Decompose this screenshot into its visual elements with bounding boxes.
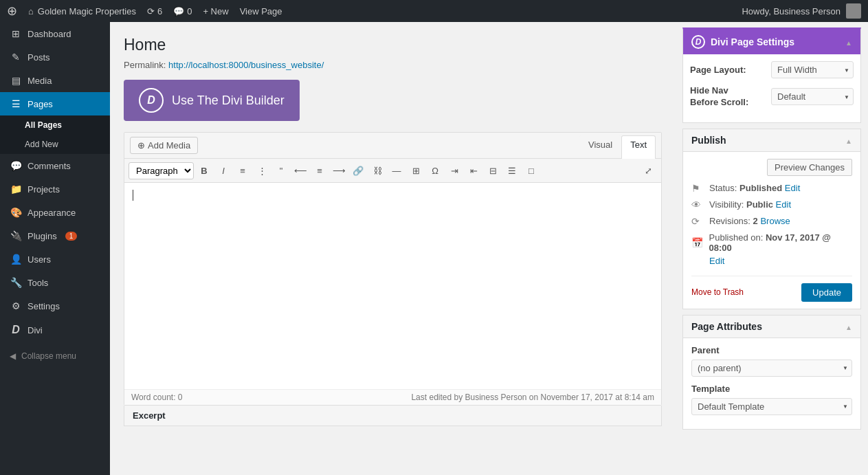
sidebar-item-media[interactable]: ▤ Media: [0, 69, 110, 92]
page-layout-select-wrapper: Full Width: [771, 61, 854, 78]
admin-bar: ⊕ ⌂ Golden Magic Properties ⟳ 6 💬 0 + Ne…: [0, 0, 868, 22]
format-select[interactable]: Paragraph: [129, 162, 194, 179]
sidebar-item-comments[interactable]: 💬 Comments: [0, 154, 110, 177]
status-edit-link[interactable]: Edit: [785, 183, 800, 193]
settings-icon: ⚙: [10, 300, 22, 311]
collapse-icon: ◀: [10, 351, 16, 361]
permalink: Permalink: http://localhost:8000/busines…: [124, 60, 662, 70]
sidebar-item-appearance[interactable]: 🎨 Appearance: [0, 201, 110, 224]
page-layout-select[interactable]: Full Width: [771, 61, 854, 78]
excerpt-section: Excerpt: [124, 406, 662, 426]
posts-icon: ✎: [10, 52, 22, 63]
sidebar-item-add-new[interactable]: Add New: [0, 135, 110, 154]
indent-button[interactable]: ⇥: [445, 162, 463, 179]
sidebar-item-divi[interactable]: D Divi: [0, 318, 110, 342]
hide-nav-select[interactable]: Default: [771, 88, 854, 105]
unordered-list-button[interactable]: ≡: [234, 162, 252, 179]
sidebar-item-users[interactable]: 👤 Users: [0, 247, 110, 271]
editor-content[interactable]: [124, 183, 661, 389]
published-edit-link[interactable]: Edit: [709, 256, 724, 266]
revisions-icon: ⟳: [691, 216, 704, 227]
ordered-list-button[interactable]: ⋮: [253, 162, 271, 179]
editor-wrapper: ⊕ Add Media Visual Text Paragraph: [124, 132, 662, 406]
comments-sidebar-icon: 💬: [10, 160, 22, 171]
revisions-row: ⟳ Revisions: 2 Browse: [691, 216, 852, 227]
sidebar-item-dashboard[interactable]: ⊞ Dashboard: [0, 22, 110, 45]
updates-icon: ⟳: [147, 6, 155, 16]
insert-more-button[interactable]: —: [388, 162, 405, 179]
tools-icon: 🔧: [10, 277, 22, 288]
sidebar-item-tools[interactable]: 🔧 Tools: [0, 271, 110, 294]
publish-collapse-icon[interactable]: [845, 135, 852, 146]
page-attributes-header[interactable]: Page Attributes: [683, 316, 860, 338]
sidebar-item-pages[interactable]: ☰ Pages: [0, 92, 110, 115]
plugins-badge: 1: [65, 232, 78, 241]
sidebar-item-posts[interactable]: ✎ Posts: [0, 45, 110, 69]
preview-changes-button[interactable]: Preview Changes: [767, 159, 852, 176]
site-name[interactable]: ⌂ Golden Magic Properties: [28, 6, 136, 16]
visibility-edit-link[interactable]: Edit: [776, 199, 791, 210]
main-content: Home Permalink: http://localhost:8000/bu…: [110, 22, 676, 475]
tab-visual[interactable]: Visual: [579, 135, 621, 158]
unlink-button[interactable]: ⛓: [368, 162, 386, 179]
move-to-trash-link[interactable]: Move to Trash: [691, 287, 744, 297]
projects-icon: 📁: [10, 184, 22, 195]
tab-text[interactable]: Text: [621, 135, 656, 159]
comments-item[interactable]: 💬 0: [173, 6, 192, 16]
editor-toolbar: Paragraph B I ≡ ⋮ " ⟵ ≡ ⟶ 🔗 ⛓ — ⊞ Ω ⇥ ⇤ …: [124, 159, 661, 183]
link-button[interactable]: 🔗: [349, 162, 367, 179]
special1-button[interactable]: ☰: [503, 162, 521, 179]
appearance-icon: 🎨: [10, 207, 22, 218]
pages-submenu: All Pages Add New: [0, 115, 110, 154]
divi-settings-header[interactable]: D Divi Page Settings: [683, 30, 860, 54]
columns-button[interactable]: ⊞: [407, 162, 425, 179]
template-select[interactable]: Default Template: [691, 398, 852, 415]
table-button[interactable]: ⊟: [484, 162, 502, 179]
collapse-menu[interactable]: ◀ Collapse menu: [0, 345, 110, 367]
status-row: ⚑ Status: Published Edit: [691, 183, 852, 194]
bold-button[interactable]: B: [195, 162, 213, 179]
add-media-icon: ⊕: [137, 140, 145, 151]
special2-button[interactable]: □: [522, 162, 540, 179]
permalink-link[interactable]: http://localhost:8000/business_website/: [168, 60, 324, 70]
update-button[interactable]: Update: [801, 283, 852, 302]
divi-settings-collapse-icon[interactable]: [845, 36, 852, 47]
add-media-button[interactable]: ⊕ Add Media: [130, 137, 198, 154]
fullscreen-button[interactable]: ⤢: [639, 162, 657, 179]
revisions-browse-link[interactable]: Browse: [760, 216, 790, 226]
sidebar-item-projects[interactable]: 📁 Projects: [0, 177, 110, 201]
template-group: Template Default Template: [691, 384, 852, 415]
divi-builder-button[interactable]: D Use The Divi Builder: [124, 80, 300, 121]
plugins-icon: 🔌: [10, 230, 22, 241]
custom-chars-button[interactable]: Ω: [426, 162, 444, 179]
sidebar-item-all-pages[interactable]: All Pages: [0, 115, 110, 135]
italic-button[interactable]: I: [214, 162, 232, 179]
publish-panel: Publish Preview Changes ⚑ Status: Publis…: [682, 129, 861, 309]
new-item[interactable]: + New: [203, 6, 228, 16]
editor-statusbar: Word count: 0 Last edited by Business Pe…: [124, 389, 661, 405]
avatar[interactable]: [846, 3, 861, 19]
comments-icon: 💬: [173, 6, 184, 16]
divi-circle-icon: D: [139, 88, 164, 113]
parent-select[interactable]: (no parent): [691, 360, 852, 377]
media-icon: ▤: [10, 75, 22, 86]
attributes-collapse-icon[interactable]: [845, 321, 852, 332]
status-icon: ⚑: [691, 183, 704, 194]
pages-icon: ☰: [10, 98, 22, 109]
align-right-button[interactable]: ⟶: [330, 162, 348, 179]
divi-icon: D: [10, 324, 22, 336]
sidebar-item-settings[interactable]: ⚙ Settings: [0, 294, 110, 318]
sidebar-item-plugins[interactable]: 🔌 Plugins 1: [0, 224, 110, 247]
blockquote-button[interactable]: ": [272, 162, 290, 179]
align-left-button[interactable]: ⟵: [291, 162, 309, 179]
align-center-button[interactable]: ≡: [311, 162, 329, 179]
updates-item[interactable]: ⟳ 6: [147, 6, 162, 16]
home-icon: ⌂: [28, 6, 34, 16]
publish-header[interactable]: Publish: [683, 129, 860, 152]
page-title: Home: [124, 36, 662, 54]
page-attributes-panel: Page Attributes Parent (no parent) Templ…: [682, 315, 861, 430]
cursor: [133, 190, 133, 201]
wp-logo-icon[interactable]: ⊕: [7, 3, 17, 19]
outdent-button[interactable]: ⇤: [465, 162, 482, 179]
view-page-item[interactable]: View Page: [240, 6, 282, 16]
